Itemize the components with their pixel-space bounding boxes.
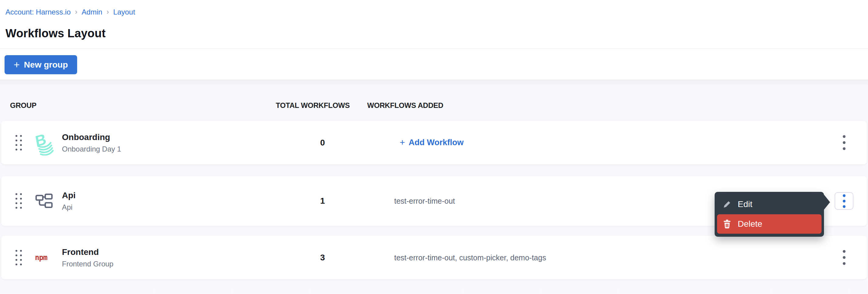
group-description: Onboarding Day 1 — [62, 145, 121, 153]
breadcrumb-layout-link[interactable]: Layout — [113, 8, 135, 16]
page-title: Workflows Layout — [5, 27, 106, 40]
workflows-added-list: test-error-time-out — [394, 197, 455, 206]
breadcrumb: Account: Harness.io › Admin › Layout — [5, 8, 135, 16]
header-divider — [0, 48, 868, 49]
row-menu-kebab-button[interactable] — [835, 192, 854, 210]
column-header-group: GROUP — [10, 101, 36, 110]
group-name: Api — [62, 191, 75, 200]
pencil-icon — [722, 200, 732, 209]
plus-icon: + — [400, 137, 405, 148]
drag-handle-icon[interactable] — [16, 135, 22, 150]
row-menu-kebab-icon[interactable] — [835, 249, 854, 266]
menu-item-edit[interactable]: Edit — [717, 194, 822, 214]
total-workflows-count: 3 — [277, 253, 368, 262]
group-description: Frontend Group — [62, 259, 113, 268]
chevron-right-icon: › — [106, 8, 109, 16]
group-name-block: Api Api — [62, 191, 75, 212]
chevron-right-icon: › — [75, 8, 78, 16]
plus-icon: + — [14, 60, 20, 70]
breadcrumb-account-link[interactable]: Account: Harness.io — [5, 8, 71, 16]
drag-handle-icon[interactable] — [16, 193, 22, 209]
row-context-menu: Edit Delete — [715, 192, 824, 237]
svg-text:B: B — [34, 130, 48, 150]
column-header-workflows-added: WORKFLOWS ADDED — [367, 101, 443, 110]
svg-text:npm: npm — [35, 253, 48, 262]
menu-item-delete[interactable]: Delete — [717, 214, 822, 234]
group-description: Api — [62, 203, 75, 212]
workflow-sitemap-icon — [32, 193, 56, 209]
table-row: npm Frontend Frontend Group 3 test-error… — [1, 236, 867, 279]
menu-item-delete-label: Delete — [738, 219, 762, 229]
menu-item-edit-label: Edit — [738, 199, 752, 209]
group-name: Frontend — [62, 247, 113, 257]
table-header-row: GROUP TOTAL WORKFLOWS WORKFLOWS ADDED — [0, 101, 868, 110]
npm-logo: npm — [32, 253, 56, 262]
onboarding-stack-icon: B — [32, 130, 56, 155]
group-name-block: Frontend Frontend Group — [62, 247, 113, 268]
add-workflow-link[interactable]: + Add Workflow — [400, 138, 464, 148]
drag-handle-icon[interactable] — [16, 250, 22, 265]
context-menu-arrow — [824, 194, 830, 210]
trash-icon — [722, 219, 732, 229]
breadcrumb-admin-link[interactable]: Admin — [82, 8, 102, 16]
workflows-added-list: test-error-time-out, custom-picker, demo… — [394, 253, 546, 262]
new-group-button[interactable]: + New group — [5, 55, 77, 74]
group-name: Onboarding — [62, 132, 121, 142]
row-menu-kebab-icon[interactable] — [835, 134, 854, 152]
group-name-block: Onboarding Onboarding Day 1 — [62, 132, 121, 153]
table-row: B Onboarding Onboarding Day 1 0 + Add Wo… — [1, 121, 867, 164]
total-workflows-count: 0 — [277, 138, 368, 148]
add-workflow-label: Add Workflow — [409, 138, 464, 147]
column-header-total-workflows: TOTAL WORKFLOWS — [276, 101, 367, 110]
new-group-button-label: New group — [24, 60, 68, 70]
total-workflows-count: 1 — [277, 196, 368, 206]
